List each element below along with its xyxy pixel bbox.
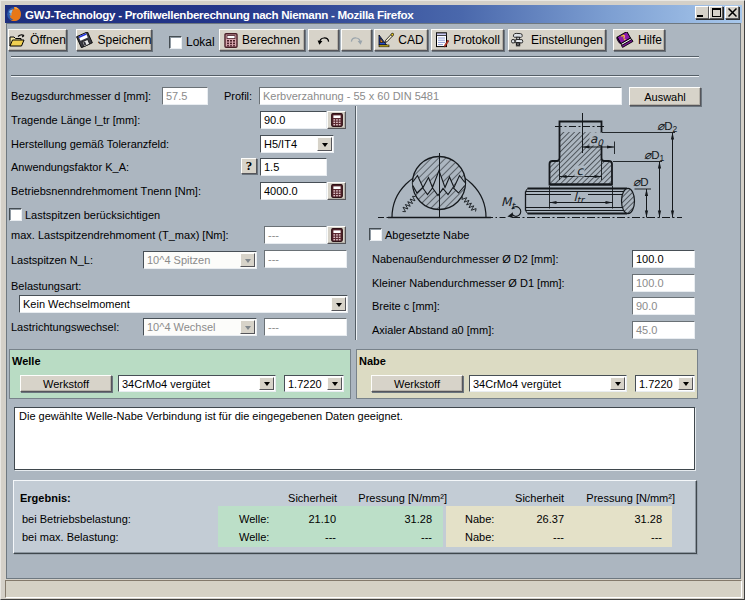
result-header-pressung-welle: Pressung [N/mm²] xyxy=(351,490,447,506)
nabe-material-dropdown-arrow[interactable] xyxy=(610,377,625,390)
anwendungsfaktor-input[interactable]: 1.5 xyxy=(260,158,327,176)
result-row2-nabe-sicherheit: --- xyxy=(504,529,564,545)
tragende-laenge-calc-button[interactable] xyxy=(327,111,346,129)
result-title: Ergebnis: xyxy=(20,490,71,506)
nabe-material-select[interactable]: 34CrMo4 vergütet xyxy=(469,375,627,392)
calculate-button[interactable]: Berechnen xyxy=(219,29,305,51)
lastspitzen-nl-label: Lastspitzen N_L: xyxy=(11,252,93,268)
open-button-label: Öffnen xyxy=(30,33,66,47)
result-header-pressung-nabe: Pressung [N/mm²] xyxy=(579,490,675,506)
belastungsart-value: Kein Wechselmoment xyxy=(23,298,130,310)
set-square-pencil-icon xyxy=(378,32,394,48)
max-lastspitzen-input[interactable]: --- xyxy=(264,226,327,244)
abgesetzte-nabe-checkbox-label: Abgesetzte Nabe xyxy=(385,227,469,243)
welle-number-value: 1.7220 xyxy=(288,378,322,390)
floppy-disk-icon xyxy=(76,32,93,48)
applet-area: Öffnen Speichern Lokal xyxy=(6,23,741,579)
message-text: Die gewählte Welle-Nabe Verbindung ist f… xyxy=(19,410,403,422)
abstand-a0-label: Axialer Abstand a0 [mm]: xyxy=(372,322,494,338)
bezugsdurchmesser-input[interactable]: 57.5 xyxy=(162,87,208,105)
welle-panel-title: Welle xyxy=(12,355,41,367)
separator-vertical xyxy=(355,106,357,340)
profil-label: Profil: xyxy=(224,88,252,104)
lastspitzen-nl-input[interactable]: --- xyxy=(264,250,347,268)
nabe-material-value: 34CrMo4 vergütet xyxy=(473,378,561,390)
help-button[interactable]: ? Hilfe xyxy=(613,29,665,51)
spline-cross-section-view xyxy=(378,153,506,218)
cad-button[interactable]: CAD xyxy=(374,29,428,51)
toleranzfeld-select[interactable]: H5/IT4 xyxy=(260,135,334,153)
redo-button[interactable] xyxy=(341,29,372,51)
drehmoment-calc-button[interactable] xyxy=(327,182,346,200)
belastungsart-label: Belastungsart: xyxy=(11,278,81,294)
result-row2-label: bei max. Belastung: xyxy=(22,529,119,545)
tragende-laenge-input[interactable]: 90.0 xyxy=(260,111,327,129)
help-button-label: Hilfe xyxy=(638,33,662,47)
d2-input[interactable]: 100.0 xyxy=(632,250,695,268)
dim-d1-label: ⌀D1 xyxy=(644,148,665,164)
calc-mini-icon xyxy=(331,228,343,242)
welle-werkstoff-button[interactable]: Werkstoff xyxy=(20,375,112,392)
welle-material-select[interactable]: 34CrMo4 vergütet xyxy=(118,375,276,392)
open-button[interactable]: Öffnen xyxy=(8,29,67,51)
undo-button[interactable] xyxy=(308,29,339,51)
auswahl-button[interactable]: Auswahl xyxy=(629,87,701,106)
drehmoment-input[interactable]: 4000.0 xyxy=(260,182,327,200)
redo-arrow-icon xyxy=(349,34,364,46)
cad-button-label: CAD xyxy=(398,33,423,47)
d1-input[interactable]: 100.0 xyxy=(632,274,695,292)
lastrichtungswechsel-label: Lastrichtungswechsel: xyxy=(11,319,119,335)
lastrichtungswechsel-select[interactable]: 10^4 Wechsel xyxy=(143,318,257,336)
anwendungsfaktor-help-button[interactable]: ? xyxy=(241,158,257,174)
bezugsdurchmesser-label: Bezugsdurchmesser d [mm]: xyxy=(11,88,151,104)
result-row1-welle-pressung: 31.28 xyxy=(372,511,432,527)
abgesetzte-nabe-checkbox[interactable] xyxy=(369,228,382,241)
result-header-sicherheit-nabe: Sicherheit xyxy=(474,490,564,506)
settings-button-label: Einstellungen xyxy=(531,33,603,47)
save-button[interactable]: Speichern xyxy=(76,29,152,51)
toleranzfeld-dropdown-arrow[interactable] xyxy=(317,137,332,151)
notepad-icon xyxy=(435,32,449,48)
separator-header xyxy=(11,75,699,77)
belastungsart-dropdown-arrow[interactable] xyxy=(331,297,346,311)
welle-number-select[interactable]: 1.7220 xyxy=(284,375,344,392)
breite-c-input[interactable]: 90.0 xyxy=(632,297,695,315)
profil-input[interactable]: Kerbverzahnung - 55 x 60 DIN 5481 xyxy=(259,87,622,105)
lastrichtungswechsel-dropdown-arrow[interactable] xyxy=(240,320,255,334)
lastspitzen-nl-select[interactable]: 10^4 Spitzen xyxy=(143,251,257,269)
result-row1-welle-label: Welle: xyxy=(239,511,269,527)
result-row2-welle-pressung: --- xyxy=(372,529,432,545)
abstand-a0-input[interactable]: 45.0 xyxy=(632,321,695,339)
dim-d2-label: ⌀D2 xyxy=(657,119,678,135)
nabe-number-select[interactable]: 1.7220 xyxy=(635,375,695,392)
calc-mini-icon xyxy=(331,184,343,198)
local-checkbox-label: Lokal xyxy=(186,34,215,50)
toleranzfeld-value: H5/IT4 xyxy=(264,138,297,150)
local-checkbox[interactable] xyxy=(169,36,182,49)
calculator-icon xyxy=(224,33,238,48)
content-layer: Öffnen Speichern Lokal xyxy=(1,1,745,600)
nabe-number-dropdown-arrow[interactable] xyxy=(678,377,693,390)
max-lastspitzen-calc-button[interactable] xyxy=(327,226,346,244)
lastrichtungswechsel-unit: 10^4 Wechsel xyxy=(147,321,216,333)
result-header-sicherheit-welle: Sicherheit xyxy=(247,490,337,506)
d1-label: Kleiner Nabendurchmesser Ø D1 [mm]: xyxy=(372,275,565,291)
welle-panel: Welle Werkstoff 34CrMo4 vergütet 1.7220 xyxy=(9,349,351,399)
nabe-number-value: 1.7220 xyxy=(639,378,673,390)
welle-material-dropdown-arrow[interactable] xyxy=(259,377,274,390)
lastspitzen-checkbox[interactable] xyxy=(9,208,22,221)
belastungsart-select[interactable]: Kein Wechselmoment xyxy=(19,295,348,313)
welle-number-dropdown-arrow[interactable] xyxy=(327,377,342,390)
tragende-laenge-label: Tragende Länge l_tr [mm]: xyxy=(11,112,140,128)
toleranzfeld-label: Herstellung gemäß Toleranzfeld: xyxy=(11,136,169,152)
lastspitzen-checkbox-label: Lastspitzen berücksichtigen xyxy=(25,207,160,223)
protocol-button[interactable]: Protokoll xyxy=(431,29,504,51)
message-textarea[interactable]: Die gewählte Welle-Nabe Verbindung ist f… xyxy=(14,407,695,470)
settings-button[interactable]: Einstellungen xyxy=(508,29,606,51)
status-bar xyxy=(5,580,742,598)
result-row1-nabe-sicherheit: 26.37 xyxy=(504,511,564,527)
nabe-werkstoff-button[interactable]: Werkstoff xyxy=(371,375,463,392)
result-row1-nabe-label: Nabe: xyxy=(465,511,494,527)
lastrichtungswechsel-input[interactable]: --- xyxy=(264,318,347,336)
lastspitzen-nl-dropdown-arrow[interactable] xyxy=(240,253,255,267)
